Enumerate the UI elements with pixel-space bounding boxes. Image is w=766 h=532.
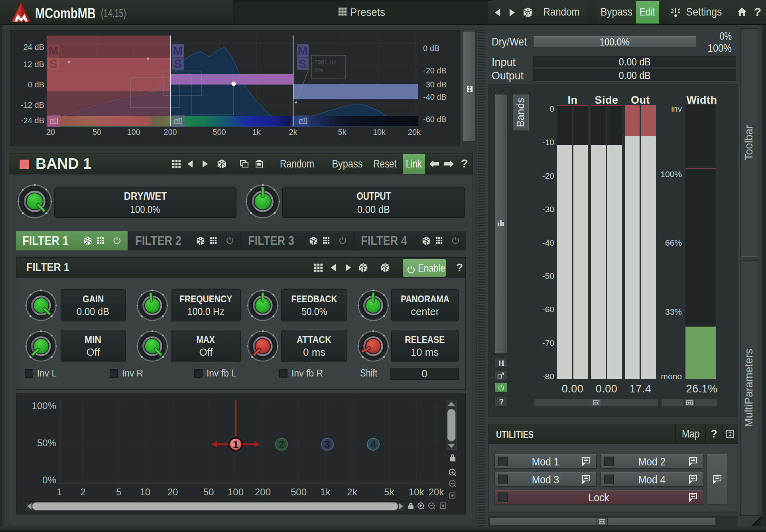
svg-text:5k: 5k (384, 487, 394, 497)
svg-text:-20 dB: -20 dB (423, 66, 447, 75)
svg-text:2k: 2k (347, 487, 357, 497)
svg-text:20: 20 (167, 487, 178, 497)
svg-text:4: 4 (370, 439, 376, 450)
svg-text:5: 5 (116, 487, 121, 497)
svg-text:1: 1 (232, 439, 238, 451)
svg-text:100%: 100% (32, 400, 56, 411)
svg-text:-30 dB: -30 dB (423, 80, 447, 89)
svg-text:S: S (174, 57, 182, 70)
svg-text:500: 500 (213, 128, 226, 136)
svg-text:0 dB: 0 dB (423, 44, 439, 53)
svg-text:50%: 50% (37, 437, 56, 448)
svg-text:-12 dB: -12 dB (21, 100, 44, 109)
svg-text:20k: 20k (408, 128, 421, 136)
svg-text:20k: 20k (429, 487, 445, 497)
svg-text:5k: 5k (338, 128, 347, 136)
svg-text:0%: 0% (42, 475, 56, 485)
svg-text:50: 50 (203, 487, 214, 497)
svg-text:M: M (173, 44, 183, 57)
svg-text:20: 20 (46, 128, 55, 136)
svg-text:10k: 10k (409, 487, 425, 497)
svg-text:-40 dB: -40 dB (423, 93, 447, 101)
svg-text:10k: 10k (373, 128, 386, 136)
svg-text:500: 500 (291, 487, 307, 497)
svg-text:S: S (49, 57, 57, 70)
svg-text:-24 dB: -24 dB (21, 116, 44, 125)
svg-text:12 dB: 12 dB (24, 60, 44, 69)
svg-text:S: S (299, 57, 307, 70)
svg-text:2k: 2k (289, 128, 297, 136)
svg-text:0%: 0% (314, 67, 323, 73)
svg-text:200: 200 (255, 487, 271, 497)
svg-text:M: M (298, 44, 308, 57)
svg-text:3: 3 (325, 439, 330, 450)
svg-text:100: 100 (228, 487, 244, 497)
svg-text:100: 100 (127, 128, 140, 136)
svg-text:2: 2 (80, 487, 85, 497)
svg-text:2: 2 (279, 439, 284, 450)
svg-text:10: 10 (140, 487, 151, 497)
svg-text:200: 200 (163, 128, 177, 136)
svg-text:M: M (49, 44, 59, 57)
svg-text:50: 50 (93, 128, 101, 136)
svg-text:-60 dB: -60 dB (423, 115, 447, 124)
svg-text:1981 Hz: 1981 Hz (314, 59, 337, 65)
svg-text:1k: 1k (252, 128, 261, 136)
svg-text:24 dB: 24 dB (24, 43, 44, 51)
svg-text:1: 1 (57, 487, 62, 497)
svg-text:1k: 1k (320, 487, 331, 497)
svg-text:0 dB: 0 dB (28, 80, 44, 89)
